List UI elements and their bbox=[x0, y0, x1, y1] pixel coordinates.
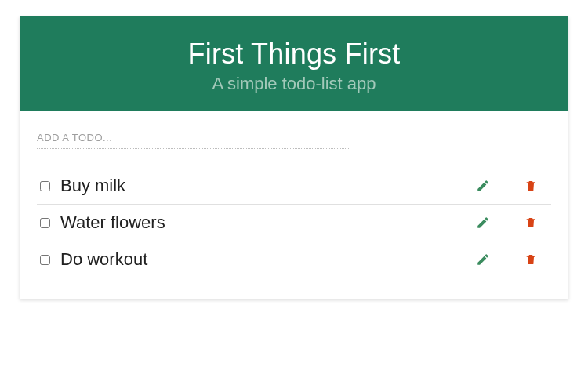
todo-app: First Things First A simple todo-list ap… bbox=[20, 16, 568, 299]
edit-button[interactable] bbox=[476, 216, 490, 230]
pencil-icon bbox=[476, 252, 490, 267]
app-title: First Things First bbox=[35, 38, 553, 71]
todo-row: Do workout bbox=[37, 241, 551, 278]
delete-button[interactable] bbox=[524, 252, 537, 267]
todo-actions bbox=[476, 179, 548, 193]
delete-button[interactable] bbox=[524, 179, 537, 193]
trash-icon bbox=[524, 252, 537, 267]
todo-checkbox[interactable] bbox=[40, 218, 50, 228]
todo-list: Buy milkWater flowersDo workout bbox=[37, 168, 551, 278]
edit-button[interactable] bbox=[476, 252, 490, 267]
trash-icon bbox=[524, 216, 537, 230]
trash-icon bbox=[524, 179, 537, 193]
todo-checkbox[interactable] bbox=[40, 181, 50, 191]
todo-row: Water flowers bbox=[37, 205, 551, 241]
app-subtitle: A simple todo-list app bbox=[35, 74, 553, 94]
app-content: Buy milkWater flowersDo workout bbox=[20, 111, 568, 299]
delete-button[interactable] bbox=[524, 216, 537, 230]
edit-button[interactable] bbox=[476, 179, 490, 193]
add-todo-input[interactable] bbox=[37, 129, 350, 149]
todo-actions bbox=[476, 252, 548, 267]
todo-label: Buy milk bbox=[60, 176, 476, 196]
pencil-icon bbox=[476, 216, 490, 230]
todo-label: Water flowers bbox=[60, 212, 476, 233]
todo-checkbox[interactable] bbox=[40, 255, 50, 265]
todo-row: Buy milk bbox=[37, 168, 551, 205]
todo-label: Do workout bbox=[60, 249, 476, 270]
app-header: First Things First A simple todo-list ap… bbox=[20, 16, 568, 111]
todo-actions bbox=[476, 216, 548, 230]
pencil-icon bbox=[476, 179, 490, 193]
